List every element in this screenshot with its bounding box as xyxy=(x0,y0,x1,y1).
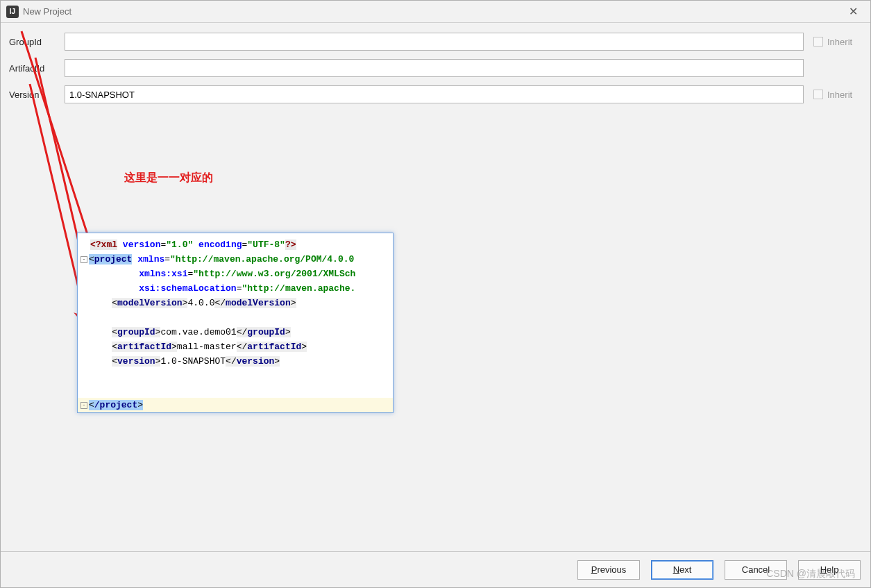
label-version: Version xyxy=(9,90,65,100)
help-button[interactable]: Help xyxy=(798,560,861,580)
fold-icon[interactable]: - xyxy=(81,402,87,409)
cancel-button[interactable]: Cancel xyxy=(725,560,787,580)
input-groupid[interactable] xyxy=(65,33,804,51)
row-artifactid: ArtifactId xyxy=(9,59,862,77)
checkbox-icon[interactable] xyxy=(813,37,823,47)
label-groupid: GroupId xyxy=(9,37,65,47)
code-panel: <?xml version="1.0" encoding="UTF-8"?> -… xyxy=(77,233,394,413)
close-icon[interactable]: ✕ xyxy=(842,2,865,21)
input-version[interactable] xyxy=(65,85,804,103)
footer: Previous Next Cancel Help xyxy=(1,551,870,587)
fold-icon[interactable]: - xyxy=(81,256,87,263)
content-area: GroupId Inherit ArtifactId Version Inher… xyxy=(1,23,870,587)
window-title: New Project xyxy=(23,6,71,17)
checkbox-icon[interactable] xyxy=(813,90,823,99)
input-artifactid[interactable] xyxy=(65,59,804,77)
dialog-window: IJ New Project ✕ GroupId Inherit Artifac… xyxy=(0,0,871,588)
previous-button[interactable]: Previous xyxy=(577,560,640,580)
inherit-groupid[interactable]: Inherit xyxy=(813,37,862,47)
titlebar: IJ New Project ✕ xyxy=(1,1,870,23)
row-version: Version Inherit xyxy=(9,85,862,103)
inherit-version[interactable]: Inherit xyxy=(813,90,862,100)
label-artifactid: ArtifactId xyxy=(9,63,65,74)
inherit-label: Inherit xyxy=(827,90,852,100)
next-button[interactable]: Next xyxy=(651,560,713,580)
xml-decl-open: <?xml xyxy=(90,240,117,250)
row-groupid: GroupId Inherit xyxy=(9,33,862,51)
inherit-label: Inherit xyxy=(827,37,852,47)
annotation-label: 这里是一一对应的 xyxy=(124,171,213,185)
app-icon: IJ xyxy=(6,6,19,18)
